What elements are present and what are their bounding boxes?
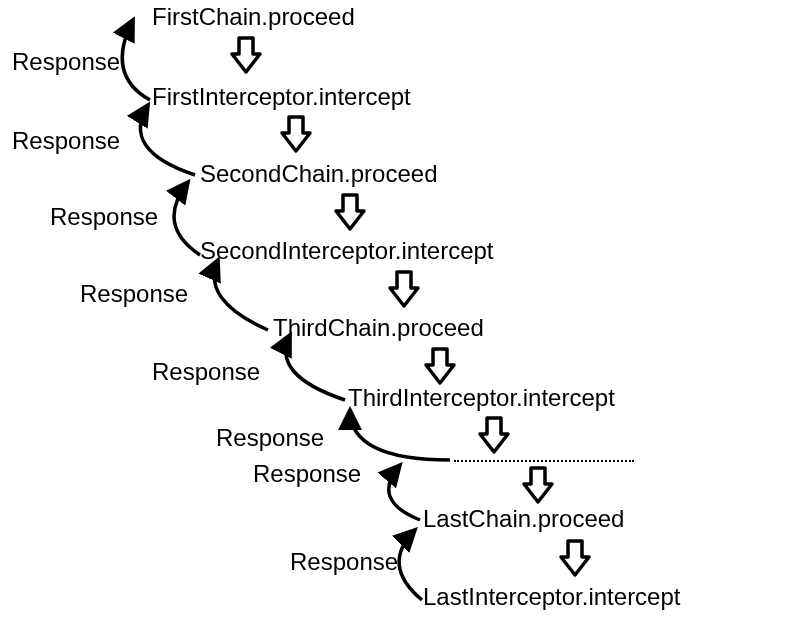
response-label-4: Response xyxy=(80,280,188,308)
response-arrow xyxy=(140,105,195,175)
ellipsis-line xyxy=(454,460,634,462)
node-second-chain-proceed: SecondChain.proceed xyxy=(200,160,438,188)
down-arrow-icon xyxy=(480,418,508,452)
response-arrow xyxy=(122,20,150,100)
response-label-7: Response xyxy=(253,460,361,488)
response-label-3: Response xyxy=(50,203,158,231)
down-arrow-icon xyxy=(561,541,589,575)
down-arrow-icon xyxy=(336,195,364,229)
response-arrow xyxy=(399,530,422,600)
node-first-chain-proceed: FirstChain.proceed xyxy=(152,3,355,31)
response-arrow xyxy=(174,182,200,255)
down-arrow-icon xyxy=(524,468,552,502)
down-arrow-icon xyxy=(282,117,310,151)
node-third-interceptor-intercept: ThirdInterceptor.intercept xyxy=(348,384,615,412)
response-label-8: Response xyxy=(290,548,398,576)
response-label-5: Response xyxy=(152,358,260,386)
node-second-interceptor-intercept: SecondInterceptor.intercept xyxy=(200,237,494,265)
response-arrow xyxy=(389,465,420,520)
node-first-interceptor-intercept: FirstInterceptor.intercept xyxy=(152,83,411,111)
response-arrow xyxy=(214,260,268,330)
response-arrow xyxy=(286,335,345,400)
response-arrow xyxy=(350,410,450,460)
down-arrow-icon xyxy=(390,272,418,306)
node-last-interceptor-intercept: LastInterceptor.intercept xyxy=(423,583,680,611)
down-arrow-icon xyxy=(426,349,454,383)
response-label-6: Response xyxy=(216,424,324,452)
response-label-1: Response xyxy=(12,48,120,76)
response-label-2: Response xyxy=(12,127,120,155)
node-last-chain-proceed: LastChain.proceed xyxy=(423,505,624,533)
down-arrow-icon xyxy=(232,38,260,72)
node-third-chain-proceed: ThirdChain.proceed xyxy=(273,314,484,342)
